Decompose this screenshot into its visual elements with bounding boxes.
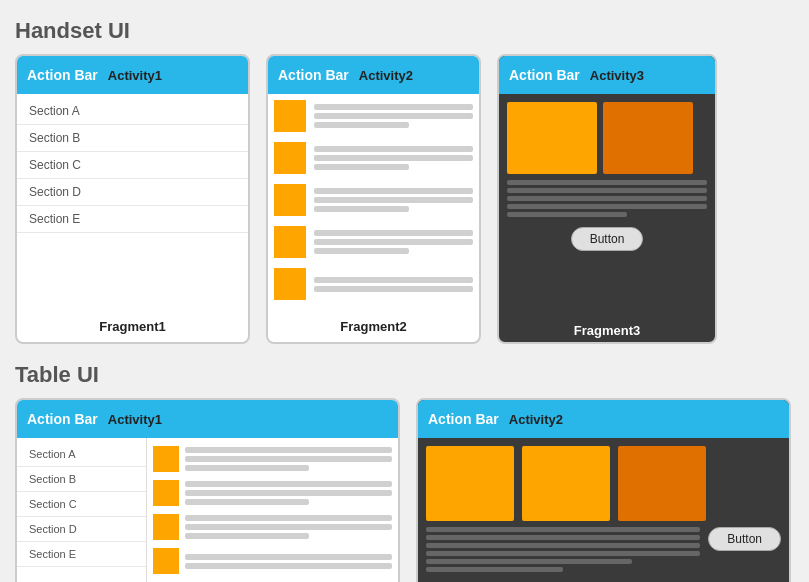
action-bar-3: Action Bar Activity3: [499, 56, 715, 94]
table2-right: Button: [708, 527, 781, 572]
table2-orange-2: [522, 446, 610, 521]
table-action-bar-1: Action Bar Activity1: [17, 400, 398, 438]
fragment3-body: Button: [499, 94, 715, 319]
table-icon-row: [153, 514, 392, 540]
fragment2-label: Fragment2: [268, 311, 479, 342]
dark-line: [426, 567, 563, 572]
button-row: Button: [507, 227, 707, 251]
action-bar-label-1: Action Bar: [27, 67, 98, 83]
image-row: [507, 102, 707, 174]
table-action-bar-label-2: Action Bar: [428, 411, 499, 427]
orange-image-left: [507, 102, 597, 174]
table-orange-icon: [153, 446, 179, 472]
action-bar-label-2: Action Bar: [278, 67, 349, 83]
fragment3-label: Fragment3: [499, 319, 715, 342]
table-activity-label-2: Activity2: [509, 412, 563, 427]
line: [314, 286, 473, 292]
action-bar-1: Action Bar Activity1: [17, 56, 248, 94]
table-orange-icon: [153, 514, 179, 540]
lines-block: [185, 481, 392, 505]
line: [314, 113, 473, 119]
lines-block: [314, 146, 473, 170]
line: [185, 490, 392, 496]
lines-block: [185, 447, 392, 471]
orange-icon: [274, 268, 306, 300]
line: [314, 164, 409, 170]
icon-row: [274, 268, 473, 300]
handset-card-3: Action Bar Activity3 Button Fragment3: [497, 54, 717, 344]
handset-card-2: Action Bar Activity2: [266, 54, 481, 344]
icon-row: [274, 142, 473, 174]
table-list-item: Section D: [17, 517, 146, 542]
table2-orange-3: [618, 446, 706, 521]
dark-line: [426, 527, 700, 532]
table-card-1: Action Bar Activity1 Section A Section B…: [15, 398, 400, 582]
table2-bottom: Button: [426, 527, 781, 572]
handset-card-1: Action Bar Activity1 Section A Section B…: [15, 54, 250, 344]
table-body-1: Section A Section B Section C Section D …: [17, 438, 398, 582]
handset-row: Action Bar Activity1 Section A Section B…: [15, 54, 794, 344]
handset-ui-title: Handset UI: [15, 18, 794, 44]
orange-icon: [274, 142, 306, 174]
icon-row: [274, 184, 473, 216]
orange-icon: [274, 184, 306, 216]
table-ui-title: Table UI: [15, 362, 794, 388]
table-orange-icon: [153, 548, 179, 574]
dark-line: [507, 188, 707, 193]
list-item: Section B: [17, 125, 248, 152]
icon-row: [274, 100, 473, 132]
table2-body: Button: [418, 438, 789, 582]
line: [314, 248, 409, 254]
orange-icon: [274, 226, 306, 258]
fragment3-button[interactable]: Button: [571, 227, 644, 251]
table-icon-row: [153, 446, 392, 472]
line: [314, 239, 473, 245]
activity-label-2: Activity2: [359, 68, 413, 83]
activity-label-3: Activity3: [590, 68, 644, 83]
fragment1-body: Section A Section B Section C Section D …: [17, 94, 248, 311]
lines-block: [185, 554, 392, 569]
lines-block: [314, 188, 473, 212]
table-icon-row: [153, 548, 392, 574]
table-action-bar-label-1: Action Bar: [27, 411, 98, 427]
orange-icon: [274, 100, 306, 132]
table-icon-row: [153, 480, 392, 506]
list-item: Section C: [17, 152, 248, 179]
line: [185, 563, 392, 569]
table2-button[interactable]: Button: [708, 527, 781, 551]
table-list-item: Section C: [17, 492, 146, 517]
dark-line: [507, 204, 707, 209]
lines-block: [314, 277, 473, 292]
icon-row: [274, 226, 473, 258]
activity-label-1: Activity1: [108, 68, 162, 83]
dark-line: [426, 535, 700, 540]
action-bar-2: Action Bar Activity2: [268, 56, 479, 94]
dark-line: [507, 196, 707, 201]
table-sidebar: Section A Section B Section C Section D …: [17, 438, 147, 582]
line: [185, 515, 392, 521]
line: [314, 104, 473, 110]
dark-line: [426, 543, 700, 548]
list-item: Section E: [17, 206, 248, 233]
table-card-2: Action Bar Activity2: [416, 398, 791, 582]
line: [185, 499, 309, 505]
lines-block: [314, 230, 473, 254]
table-list-item: Section B: [17, 467, 146, 492]
line: [314, 122, 409, 128]
list-item: Section A: [17, 98, 248, 125]
orange-image-right: [603, 102, 693, 174]
table-orange-icon: [153, 480, 179, 506]
table-list-item: Section A: [17, 442, 146, 467]
line: [185, 481, 392, 487]
line: [185, 533, 309, 539]
table-list-item: Section E: [17, 542, 146, 567]
table-action-bar-2: Action Bar Activity2: [418, 400, 789, 438]
fragment1-label: Fragment1: [17, 311, 248, 342]
lines-block: [314, 104, 473, 128]
line: [314, 155, 473, 161]
dark-line: [426, 551, 700, 556]
line: [314, 188, 473, 194]
line: [185, 554, 392, 560]
table-main: [147, 438, 398, 582]
lines-block: [185, 515, 392, 539]
